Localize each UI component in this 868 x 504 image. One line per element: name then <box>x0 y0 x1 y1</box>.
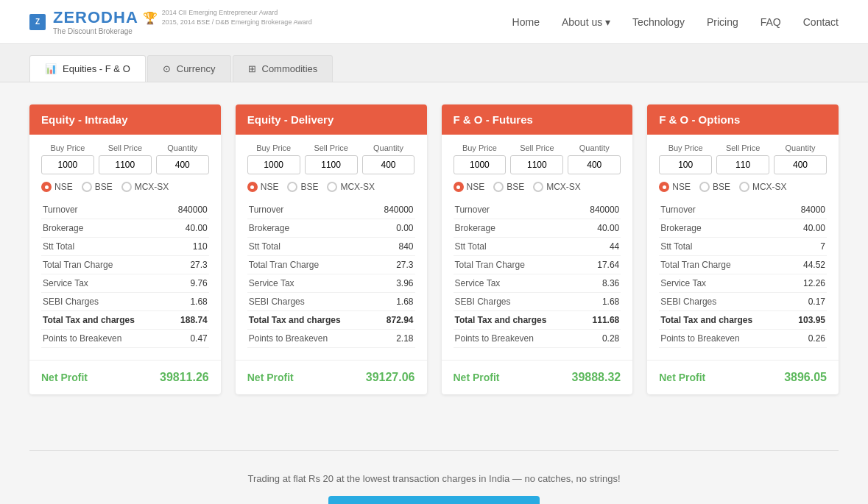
radio-mcx-sx-fo-futures[interactable]: MCX-SX <box>533 182 581 192</box>
row-value: 2.18 <box>373 330 415 348</box>
net-profit-label: Net Profit <box>247 372 294 383</box>
buy-price-input[interactable] <box>659 155 712 174</box>
input-labels: Buy Price Sell Price Quantity <box>41 143 209 152</box>
buy-price-input[interactable] <box>41 155 94 174</box>
row-label: Service Tax <box>659 274 786 293</box>
input-labels: Buy Price Sell Price Quantity <box>454 143 621 152</box>
row-value: 840000 <box>373 201 415 219</box>
row-value: 1.68 <box>166 293 209 311</box>
radio-label: NSE <box>54 182 73 192</box>
tabs-section: 📊 Equities - F & O ⊙ Currency ⊞ Commodit… <box>0 44 868 82</box>
radio-nse-equity-intraday[interactable]: NSE <box>41 182 73 192</box>
card-header-equity-delivery: Equity - Delivery <box>236 104 427 135</box>
row-value: 44.52 <box>786 256 827 274</box>
radio-label: NSE <box>261 182 279 192</box>
nav-faq[interactable]: FAQ <box>761 16 781 28</box>
row-value: 17.64 <box>578 256 621 274</box>
cards-grid: Equity - Intraday Buy Price Sell Price Q… <box>29 104 839 394</box>
buy-label: Buy Price <box>454 143 507 152</box>
quantity-input[interactable] <box>568 155 621 174</box>
card-header-fo-futures: F & O - Futures <box>442 104 633 135</box>
radio-bse-fo-options[interactable]: BSE <box>699 182 730 192</box>
logo-text: ZERODHA 🏆 2014 CII Emerging Entrepreneur… <box>53 8 312 35</box>
card-header-equity-intraday: Equity - Intraday <box>29 104 221 135</box>
qty-label: Quantity <box>774 143 827 152</box>
nav-pricing[interactable]: Pricing <box>707 16 738 28</box>
quantity-input[interactable] <box>774 155 827 174</box>
qty-label: Quantity <box>156 143 209 152</box>
row-value: 840000 <box>578 201 621 219</box>
sell-price-input[interactable] <box>716 155 769 174</box>
radio-bse-fo-futures[interactable]: BSE <box>493 182 524 192</box>
row-label: Points to Breakeven <box>41 330 166 348</box>
row-value: 27.3 <box>166 256 209 274</box>
radio-label: MCX-SX <box>340 182 375 192</box>
net-profit-row: Net Profit 39127.06 <box>236 360 427 394</box>
nav-technology[interactable]: Technology <box>632 16 685 28</box>
row-label: Total Tax and charges <box>659 311 786 330</box>
radio-nse-fo-futures[interactable]: NSE <box>454 182 485 192</box>
nav-about[interactable]: About us ▾ <box>562 16 610 28</box>
nav-home[interactable]: Home <box>512 16 540 28</box>
buy-price-input[interactable] <box>247 155 300 174</box>
logo-awards: 2014 CII Emerging Entrepreneur Award 201… <box>162 8 312 26</box>
card-body-equity-delivery: Buy Price Sell Price Quantity NSE BSE <box>236 135 427 357</box>
net-profit-value: 39127.06 <box>366 371 415 384</box>
radio-nse-fo-options[interactable]: NSE <box>659 182 691 192</box>
input-row <box>247 155 415 174</box>
sell-price-input[interactable] <box>99 155 152 174</box>
card-fo-options: F & O - Options Buy Price Sell Price Qua… <box>647 104 839 394</box>
cta-button[interactable]: Open your account online instantly <box>328 496 540 504</box>
row-label: Brokerage <box>247 219 373 238</box>
radio-bse-equity-intraday[interactable]: BSE <box>82 182 113 192</box>
net-profit-label: Net Profit <box>41 372 88 383</box>
exchange-radio-group: NSE BSE MCX-SX <box>454 182 621 192</box>
card-header-fo-options: F & O - Options <box>647 104 839 135</box>
row-label: Total Tax and charges <box>247 311 373 330</box>
row-value: 12.26 <box>786 274 827 293</box>
row-label: Brokerage <box>659 219 786 238</box>
logo-area: Z ZERODHA 🏆 2014 CII Emerging Entreprene… <box>29 8 312 35</box>
radio-bse-equity-delivery[interactable]: BSE <box>287 182 318 192</box>
radio-mcx-sx-fo-options[interactable]: MCX-SX <box>739 182 787 192</box>
row-value: 111.68 <box>578 311 621 330</box>
buy-price-input[interactable] <box>454 155 507 174</box>
radio-mcx-sx-equity-intraday[interactable]: MCX-SX <box>121 182 169 192</box>
tab-equities[interactable]: 📊 Equities - F & O <box>29 55 146 82</box>
radio-label: NSE <box>467 182 485 192</box>
radio-nse-equity-delivery[interactable]: NSE <box>247 182 279 192</box>
tab-commodities[interactable]: ⊞ Commodities <box>233 55 334 82</box>
sell-price-input[interactable] <box>305 155 358 174</box>
card-body-fo-futures: Buy Price Sell Price Quantity NSE BSE <box>442 135 633 357</box>
row-label: SEBI Charges <box>41 293 166 311</box>
footer-section: Trading at flat Rs 20 at the lowest tran… <box>0 451 868 504</box>
quantity-input[interactable] <box>362 155 415 174</box>
buy-label: Buy Price <box>247 143 300 152</box>
row-label: Turnover <box>247 201 373 219</box>
nav-contact[interactable]: Contact <box>803 16 839 28</box>
card-equity-delivery: Equity - Delivery Buy Price Sell Price Q… <box>236 104 427 394</box>
row-value: 9.76 <box>166 274 209 293</box>
logo-tagline: The Discount Brokerage <box>53 27 312 35</box>
card-body-equity-intraday: Buy Price Sell Price Quantity NSE BSE <box>29 135 221 357</box>
row-label: Total Tax and charges <box>41 311 166 330</box>
row-label: Total Tran Charge <box>247 256 373 274</box>
footer-tagline: Trading at flat Rs 20 at the lowest tran… <box>29 473 839 484</box>
row-value: 110 <box>166 238 209 256</box>
row-value: 3.96 <box>373 274 415 293</box>
row-label: Total Tax and charges <box>454 311 579 330</box>
sell-price-input[interactable] <box>510 155 563 174</box>
radio-mcx-sx-equity-delivery[interactable]: MCX-SX <box>327 182 375 192</box>
net-profit-row: Net Profit 39811.26 <box>29 360 221 394</box>
row-value: 40.00 <box>578 219 621 238</box>
quantity-input[interactable] <box>156 155 209 174</box>
row-label: Total Tran Charge <box>659 256 786 274</box>
row-label: Turnover <box>454 201 579 219</box>
row-value: 27.3 <box>373 256 415 274</box>
row-value: 840 <box>373 238 415 256</box>
row-value: 1.68 <box>373 293 415 311</box>
trophy-icon: 🏆 <box>143 11 158 25</box>
tab-currency[interactable]: ⊙ Currency <box>147 55 231 82</box>
data-table: Turnover 840000 Brokerage 40.00 Stt Tota… <box>454 201 621 348</box>
main-nav: Home About us ▾ Technology Pricing FAQ C… <box>512 16 839 28</box>
